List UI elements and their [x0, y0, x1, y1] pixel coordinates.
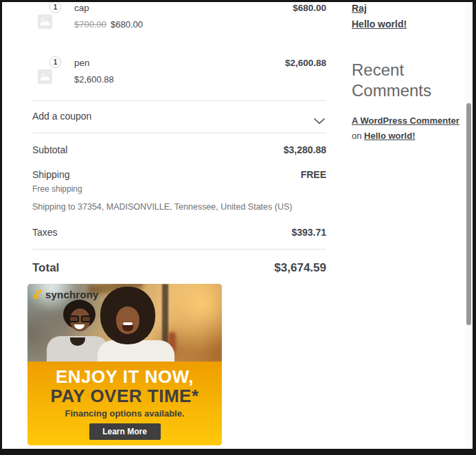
shipping-value: FREE	[301, 169, 326, 180]
banner-photo: synchrony	[27, 284, 222, 362]
price-detail: $2,600.88	[74, 74, 114, 85]
screenshot-frame: 1 cap $680.00 $700.00$680.00 1 pen $2,60…	[0, 0, 476, 455]
product-name: pen	[74, 58, 90, 68]
banner-woman-teeth	[123, 322, 133, 325]
total-value: $3,674.59	[274, 261, 326, 275]
product-name: cap	[74, 3, 89, 13]
synchrony-financing-banner[interactable]: synchrony ENJOY IT NOW, PAY OVER TIME* F…	[27, 284, 222, 445]
post-link-hello-world[interactable]: Hello world!	[352, 19, 407, 30]
comment-author-link-raj[interactable]: Raj	[352, 3, 367, 14]
image-placeholder-icon	[41, 18, 49, 25]
add-coupon-row[interactable]: Add a coupon	[32, 111, 326, 126]
comment-connector: on	[352, 131, 361, 141]
order-summary: 1 cap $680.00 $700.00$680.00 1 pen $2,60…	[32, 2, 326, 449]
shipping-method: Free shipping	[32, 184, 82, 194]
regular-price: $700.00	[74, 19, 106, 30]
synchrony-wordmark: synchrony	[45, 289, 99, 300]
comment-author-link-wordpress-commenter[interactable]: A WordPress Commenter	[352, 115, 460, 126]
banner-headline-2: PAY OVER TIME*	[27, 386, 222, 406]
checkout-page: 1 cap $680.00 $700.00$680.00 1 pen $2,60…	[2, 2, 473, 449]
shipping-label: Shipping	[32, 169, 70, 180]
product-image-placeholder	[38, 69, 52, 84]
learn-more-button[interactable]: Learn More	[89, 423, 161, 440]
sale-price: $680.00	[111, 19, 143, 30]
line-total: $2,600.88	[285, 58, 326, 68]
quantity-badge: 1	[49, 2, 61, 13]
taxes-value: $393.71	[291, 227, 326, 238]
line-total: $680.00	[293, 3, 326, 13]
synchrony-logo: synchrony	[34, 289, 99, 300]
shipping-destination: Shipping to 37354, MADISONVILLE, Tenness…	[32, 202, 292, 212]
cart-item-pen: 1 pen $2,600.88 $2,600.88	[32, 57, 326, 101]
quantity-badge: 1	[49, 56, 61, 68]
total-label: Total	[32, 261, 59, 275]
subtotal-value: $3,280.88	[284, 144, 326, 155]
banner-text-area: ENJOY IT NOW, PAY OVER TIME* Financing o…	[27, 362, 222, 445]
divider	[32, 100, 326, 101]
synchrony-bars-icon	[34, 289, 42, 300]
sidebar: Raj Hello world! Recent Comments A WordP…	[352, 2, 462, 449]
scrollbar-thumb[interactable]	[466, 103, 471, 325]
divider	[32, 133, 326, 133]
price-detail: $700.00$680.00	[74, 19, 143, 30]
image-placeholder-icon	[41, 73, 49, 80]
banner-disclaimer: *Subject to credit approval.	[27, 444, 222, 445]
chevron-down-icon[interactable]	[314, 115, 325, 127]
taxes-label: Taxes	[32, 227, 58, 238]
product-image-placeholder	[38, 14, 52, 29]
banner-headline-1: ENJOY IT NOW,	[27, 367, 222, 386]
comment-on-line: on Hello world!	[352, 131, 415, 141]
banner-subheadline: Financing options available.	[27, 408, 222, 419]
post-link-hello-world[interactable]: Hello world!	[364, 131, 415, 141]
banner-woman-body	[98, 340, 174, 364]
scrollbar-track[interactable]	[465, 2, 473, 449]
add-coupon-label: Add a coupon	[32, 111, 91, 122]
glasses-icon	[69, 315, 91, 322]
divider	[32, 249, 326, 249]
subtotal-label: Subtotal	[32, 144, 67, 155]
recent-comments-heading: Recent Comments	[352, 60, 455, 101]
cart-item-cap: 1 cap $680.00 $700.00$680.00	[32, 2, 326, 46]
